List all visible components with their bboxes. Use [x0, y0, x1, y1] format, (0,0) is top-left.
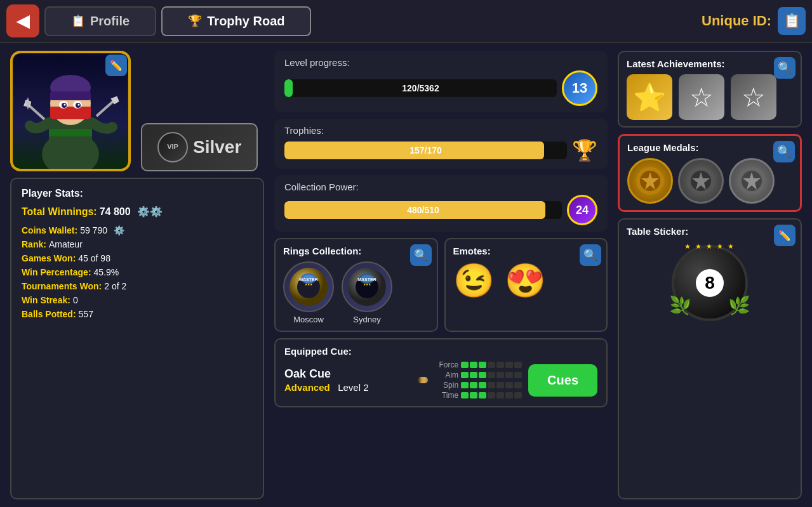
- cue-spin-label: Spin: [434, 381, 458, 390]
- bar: [461, 372, 469, 378]
- sydney-ring-label: Sydney: [353, 315, 380, 324]
- edit-avatar-button[interactable]: ✏️: [105, 55, 127, 76]
- center-panel: Level progress: 120/5362 13 Trophies: 15…: [274, 51, 608, 499]
- games-won-value: 45 of 98: [78, 253, 110, 263]
- cues-button[interactable]: Cues: [528, 364, 597, 397]
- sydney-ring-image: MASTER ★★★: [342, 261, 392, 312]
- trophy-icon: 🏆: [572, 138, 597, 162]
- cue-visual: [418, 374, 428, 386]
- tab-profile[interactable]: 📋 Profile: [44, 6, 156, 36]
- coins-wallet-label: Coins Wallet:: [22, 225, 77, 235]
- emotes-title: Emotes:: [453, 246, 599, 256]
- rank-row: Rank: Amateur: [22, 239, 253, 249]
- laurel-right: 🌿: [728, 295, 750, 316]
- tournaments-value: 2 of 2: [104, 281, 126, 291]
- win-pct-value: 45.9%: [94, 267, 119, 277]
- bar: [470, 372, 477, 378]
- svg-text:★★★: ★★★: [363, 282, 371, 286]
- bar: [514, 392, 522, 398]
- rings-collection-title: Rings Collection:: [283, 246, 429, 256]
- silver-medal-svg: [684, 164, 717, 197]
- cue-level: Level 2: [338, 382, 368, 393]
- bar: [488, 362, 495, 368]
- achievement-gold: ⭐: [627, 74, 672, 120]
- list-item[interactable]: 😉: [453, 261, 495, 300]
- profile-tab-icon: 📋: [71, 14, 85, 28]
- league-medals-box: League Medals: 🔍: [618, 134, 802, 212]
- bronze-medal-svg: [735, 164, 768, 197]
- bar: [488, 372, 495, 378]
- level-progress-section: Level progress: 120/5362 13: [274, 51, 608, 112]
- collection-power-label: Collection Power:: [284, 181, 597, 192]
- avatar-container: ✏️: [10, 51, 131, 171]
- sticker-image: 8 ★ ★ ★ ★ ★ 🌿 🌿: [669, 242, 751, 324]
- bar: [461, 382, 469, 388]
- medals-icons: [627, 158, 792, 204]
- cue-stats: Force Aim: [434, 360, 522, 400]
- cue-time-bars: [461, 392, 522, 398]
- cue-stat-aim: Aim: [434, 371, 522, 379]
- bar: [496, 392, 504, 398]
- edit-icon: ✏️: [110, 60, 123, 72]
- level-number: 13: [572, 80, 587, 96]
- cue-name-level: Oak Cue Advanced Level 2: [284, 367, 411, 393]
- vip-badge: VIP Silver: [141, 123, 258, 171]
- achievements-title: Latest Achievements:: [627, 58, 793, 69]
- list-item[interactable]: 😍: [505, 261, 546, 300]
- total-winnings-row: Total Winnings: 74 800 ⚙️⚙️: [22, 206, 253, 218]
- cue-spin-bars: [461, 382, 522, 388]
- list-item: MASTER ★★★ Moscow: [283, 261, 334, 324]
- rings-grid: MASTER ★★★ Moscow: [283, 261, 429, 324]
- bar: [470, 382, 477, 388]
- bar: [461, 392, 469, 398]
- moscow-ring-label: Moscow: [293, 315, 324, 324]
- winnings-icon: ⚙️⚙️: [137, 206, 163, 218]
- coins-wallet-value: 59 790: [80, 225, 107, 235]
- bar: [505, 372, 513, 378]
- svg-rect-2: [49, 119, 92, 161]
- medal-gold: [627, 158, 673, 204]
- emotes-search-button[interactable]: 🔍: [580, 244, 601, 266]
- bar: [505, 392, 513, 398]
- bar: [479, 382, 486, 388]
- cue-force-bars: [461, 362, 522, 368]
- svg-text:★★★: ★★★: [305, 282, 313, 286]
- achievements-search-button[interactable]: 🔍: [774, 57, 795, 79]
- cue-tier: Advanced: [284, 382, 330, 393]
- bar: [514, 362, 522, 368]
- bar: [479, 372, 486, 378]
- collection-power-text: 480/510: [284, 201, 562, 219]
- total-winnings-label: Total Winnings:: [22, 206, 97, 218]
- league-medals-search-button[interactable]: 🔍: [773, 141, 795, 162]
- svg-text:MASTER: MASTER: [357, 277, 376, 282]
- win-streak-value: 0: [73, 295, 78, 305]
- win-streak-label: Win Streak:: [22, 295, 70, 305]
- games-won-label: Games Won:: [22, 253, 76, 263]
- rank-value: Amateur: [49, 239, 83, 249]
- copy-id-button[interactable]: 📋: [778, 7, 806, 35]
- unique-id-label: Unique ID:: [702, 13, 771, 29]
- tab-trophy-road[interactable]: 🏆 Trophy Road: [161, 6, 311, 36]
- copy-icon: 📋: [783, 13, 801, 29]
- collection-power-section: Collection Power: 480/510 24: [274, 175, 608, 232]
- bar: [488, 392, 495, 398]
- achievements-icons: ⭐ ☆ ☆: [627, 74, 793, 120]
- table-sticker-edit-button[interactable]: ✏️: [774, 225, 795, 246]
- back-button[interactable]: ◀: [6, 4, 39, 37]
- rings-search-button[interactable]: 🔍: [410, 244, 432, 266]
- top-nav: ◀ 📋 Profile 🏆 Trophy Road Unique ID: 📋: [0, 0, 812, 43]
- win-pct-row: Win Percentage: 45.9%: [22, 267, 253, 277]
- vip-label: Silver: [193, 137, 241, 157]
- avatar-vip-row: ✏️ VIP Silver: [10, 51, 264, 171]
- bar: [514, 372, 522, 378]
- cue-name: Oak Cue: [284, 367, 411, 381]
- rank-label: Rank:: [22, 239, 46, 249]
- right-panel: Latest Achievements: 🔍 ⭐ ☆ ☆ League Meda…: [618, 51, 802, 499]
- cue-stat-force: Force: [434, 360, 522, 369]
- total-winnings-value: 74 800: [100, 206, 131, 218]
- bar: [514, 382, 522, 388]
- laurel-left: 🌿: [669, 295, 691, 316]
- edit-sticker-icon: ✏️: [778, 230, 791, 242]
- trophies-bar-bg: 157/170: [284, 142, 567, 159]
- moscow-ring-svg: MASTER ★★★: [284, 263, 333, 311]
